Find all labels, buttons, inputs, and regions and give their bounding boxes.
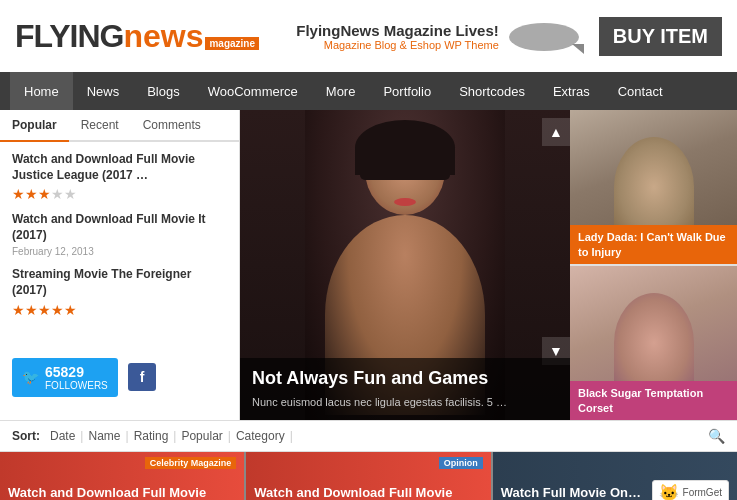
header-right: FlyingNews Magazine Lives! Magazine Blog… (296, 17, 722, 56)
twitter-count: 65829 (45, 364, 108, 380)
twitter-followers-label: FOLLOWERS (45, 380, 108, 391)
sort-options: Sort: Date | Name | Rating | Popular | C… (12, 429, 293, 443)
tab-recent[interactable]: Recent (69, 110, 131, 140)
sort-category[interactable]: Category (231, 429, 290, 443)
left-sidebar: Popular Recent Comments Watch and Downlo… (0, 110, 240, 420)
bottom-card-2[interactable]: Opinion Watch and Download Full Movie (246, 452, 492, 500)
bottom-card-title-1: Watch and Download Full Movie (0, 479, 214, 500)
sort-label: Sort: (12, 429, 40, 443)
right-card-label-1: Lady Dada: I Can't Walk Due to Injury (570, 225, 737, 264)
list-item: Watch and Download Full Movie It (2017) … (12, 212, 227, 257)
tagline: FlyingNews Magazine Lives! Magazine Blog… (296, 22, 499, 51)
formget-badge: 🐱 FormGet (652, 480, 729, 500)
nav-item-portfolio[interactable]: Portfolio (369, 72, 445, 110)
bottom-card-tag-2: Opinion (439, 457, 483, 469)
twitter-icon: 🐦 (22, 369, 39, 385)
blimp-icon (509, 19, 589, 54)
feature-excerpt: Nunc euismod lacus nec ligula egestas fa… (252, 395, 558, 410)
nav-item-shortcodes[interactable]: Shortcodes (445, 72, 539, 110)
formget-label: FormGet (683, 487, 722, 498)
sidebar-tabs: Popular Recent Comments (0, 110, 239, 142)
header: FLYING news magazine FlyingNews Magazine… (0, 0, 737, 72)
nav-item-extras[interactable]: Extras (539, 72, 604, 110)
nav-item-news[interactable]: News (73, 72, 134, 110)
logo-news: news (123, 18, 203, 55)
search-icon[interactable]: 🔍 (708, 428, 725, 444)
bottom-card-3[interactable]: Watch Full Movie On… 🐱 FormGet (493, 452, 737, 500)
tagline-sub: Magazine Blog & Eshop WP Theme (296, 39, 499, 51)
main-nav: Home News Blogs WooCommerce More Portfol… (0, 72, 737, 110)
logo-magazine: magazine (205, 37, 259, 50)
sort-bar: Sort: Date | Name | Rating | Popular | C… (0, 420, 737, 452)
star-rating: ★★★★★ (12, 186, 227, 202)
bottom-card-tag-1: Celebrity Magazine (145, 457, 237, 469)
nav-item-blogs[interactable]: Blogs (133, 72, 194, 110)
tagline-top: FlyingNews Magazine Lives! (296, 22, 499, 39)
sidebar-item-date: February 12, 2013 (12, 246, 227, 257)
right-card-2[interactable]: Black Sugar Temptation Corset (570, 266, 737, 420)
bottom-card-1[interactable]: Celebrity Magazine Watch and Download Fu… (0, 452, 246, 500)
nav-item-woocommerce[interactable]: WooCommerce (194, 72, 312, 110)
sidebar-item-title[interactable]: Watch and Download Full Movie Justice Le… (12, 152, 227, 183)
feature-article: ▲ ▼ Not Always Fun and Games Nunc euismo… (240, 110, 570, 420)
right-card-label-2: Black Sugar Temptation Corset (570, 381, 737, 420)
tab-comments[interactable]: Comments (131, 110, 213, 140)
main-content: Popular Recent Comments Watch and Downlo… (0, 110, 737, 420)
bottom-card-title-3: Watch Full Movie On… (493, 479, 649, 500)
sidebar-item-title[interactable]: Watch and Download Full Movie It (2017) (12, 212, 227, 243)
list-item: Watch and Download Full Movie Justice Le… (12, 152, 227, 202)
logo-flying: FLYING (15, 18, 123, 55)
feature-title[interactable]: Not Always Fun and Games (252, 368, 558, 390)
sort-rating[interactable]: Rating (129, 429, 174, 443)
sort-date[interactable]: Date (45, 429, 80, 443)
social-bar: 🐦 65829 FOLLOWERS f (0, 350, 239, 405)
star-rating: ★★★★★ (12, 302, 227, 318)
nav-item-home[interactable]: Home (10, 72, 73, 110)
logo[interactable]: FLYING news magazine (15, 18, 259, 55)
sort-popular[interactable]: Popular (176, 429, 227, 443)
feature-overlay: Not Always Fun and Games Nunc euismod la… (240, 358, 570, 420)
nav-item-more[interactable]: More (312, 72, 370, 110)
facebook-button[interactable]: f (128, 363, 157, 391)
nav-item-contact[interactable]: Contact (604, 72, 677, 110)
right-card-1[interactable]: Lady Dada: I Can't Walk Due to Injury (570, 110, 737, 264)
tab-popular[interactable]: Popular (0, 110, 69, 142)
sidebar-items: Watch and Download Full Movie Justice Le… (0, 142, 239, 338)
bottom-card-title-2: Watch and Download Full Movie (246, 479, 460, 500)
list-item: Streaming Movie The Foreigner (2017) ★★★… (12, 267, 227, 317)
twitter-follow-button[interactable]: 🐦 65829 FOLLOWERS (12, 358, 118, 397)
sidebar-item-title[interactable]: Streaming Movie The Foreigner (2017) (12, 267, 227, 298)
buy-item-button[interactable]: BUY ITEM (599, 17, 722, 56)
sort-name[interactable]: Name (83, 429, 125, 443)
right-sidebar: Lady Dada: I Can't Walk Due to Injury Bl… (570, 110, 737, 420)
prev-arrow[interactable]: ▲ (542, 118, 570, 146)
bottom-cards: Celebrity Magazine Watch and Download Fu… (0, 452, 737, 500)
